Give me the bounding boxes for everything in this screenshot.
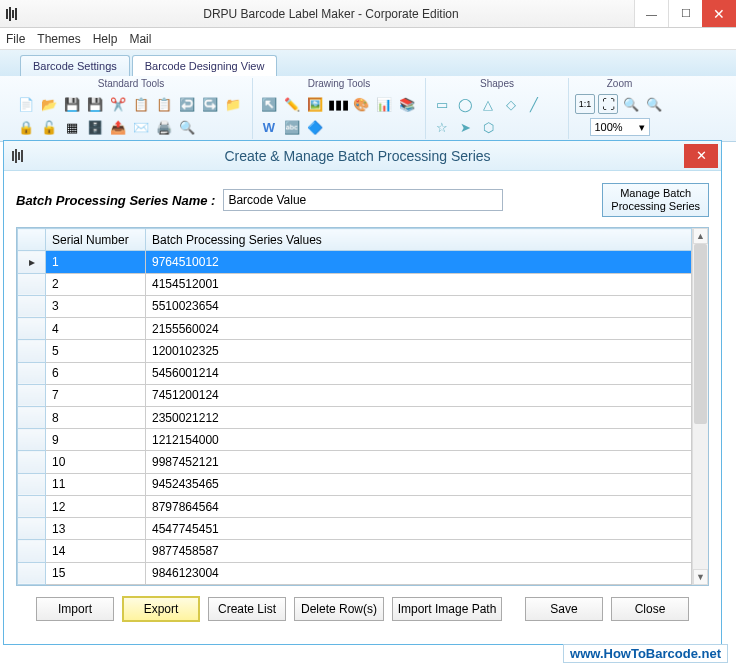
open-icon[interactable]: 📂 xyxy=(39,94,59,114)
import-button[interactable]: Import xyxy=(36,597,114,621)
library-icon[interactable]: 📚 xyxy=(397,94,417,114)
save-button[interactable]: Save xyxy=(525,597,603,621)
redo-icon[interactable]: ↪️ xyxy=(200,94,220,114)
cell-value[interactable]: 4154512001 xyxy=(146,273,692,295)
paste-icon[interactable]: 📋 xyxy=(154,94,174,114)
cell-value[interactable]: 1212154000 xyxy=(146,429,692,451)
dialog-close-button[interactable]: ✕ xyxy=(684,144,718,168)
cell-value[interactable]: 8797864564 xyxy=(146,495,692,517)
table-row[interactable]: 65456001214 xyxy=(18,362,692,384)
fit-icon[interactable]: 1:1 xyxy=(575,94,595,114)
folder-icon[interactable]: 📁 xyxy=(223,94,243,114)
table-row[interactable]: 24154512001 xyxy=(18,273,692,295)
pen-icon[interactable]: ✏️ xyxy=(282,94,302,114)
cell-value[interactable]: 5510023654 xyxy=(146,295,692,317)
menu-help[interactable]: Help xyxy=(93,32,118,46)
cell-serial[interactable]: 7 xyxy=(46,384,146,406)
cell-value[interactable]: 9877458587 xyxy=(146,540,692,562)
export-button[interactable]: Export xyxy=(122,596,200,622)
cell-serial[interactable]: 15 xyxy=(46,562,146,584)
window-maximize-button[interactable]: ☐ xyxy=(668,0,702,27)
table-row[interactable]: 51200102325 xyxy=(18,340,692,362)
circle-icon[interactable]: ◯ xyxy=(455,94,475,114)
row-indicator[interactable] xyxy=(18,362,46,384)
fill-icon[interactable]: 🎨 xyxy=(351,94,371,114)
row-indicator[interactable] xyxy=(18,562,46,584)
cut-icon[interactable]: ✂️ xyxy=(108,94,128,114)
cell-value[interactable]: 9987452121 xyxy=(146,451,692,473)
row-indicator[interactable] xyxy=(18,273,46,295)
mail-icon[interactable]: ✉️ xyxy=(131,117,151,137)
cell-serial[interactable]: 11 xyxy=(46,473,146,495)
cell-value[interactable]: 1200102325 xyxy=(146,340,692,362)
cell-serial[interactable]: 5 xyxy=(46,340,146,362)
row-indicator[interactable] xyxy=(18,540,46,562)
row-indicator[interactable] xyxy=(18,429,46,451)
row-indicator[interactable] xyxy=(18,451,46,473)
export-icon[interactable]: 📤 xyxy=(108,117,128,137)
cell-value[interactable]: 9452435465 xyxy=(146,473,692,495)
table-row[interactable]: 42155560024 xyxy=(18,318,692,340)
close-button[interactable]: Close xyxy=(611,597,689,621)
row-indicator[interactable] xyxy=(18,340,46,362)
cell-value[interactable]: 4547745451 xyxy=(146,518,692,540)
wordart-icon[interactable]: W xyxy=(259,117,279,137)
row-indicator[interactable] xyxy=(18,518,46,540)
cell-serial[interactable]: 3 xyxy=(46,295,146,317)
tab-barcode-settings[interactable]: Barcode Settings xyxy=(20,55,130,76)
row-indicator[interactable] xyxy=(18,407,46,429)
grid-header-rowselector[interactable] xyxy=(18,229,46,251)
zoomout-icon[interactable]: 🔍 xyxy=(644,94,664,114)
grid-header-serial[interactable]: Serial Number xyxy=(46,229,146,251)
cell-value[interactable]: 2155560024 xyxy=(146,318,692,340)
preview-icon[interactable]: 🔍 xyxy=(177,117,197,137)
zoom-select[interactable]: 100%▾ xyxy=(590,118,650,136)
cell-serial[interactable]: 6 xyxy=(46,362,146,384)
tab-barcode-designing[interactable]: Barcode Designing View xyxy=(132,55,278,76)
series-name-input[interactable] xyxy=(223,189,503,211)
arrow-icon[interactable]: ➤ xyxy=(455,117,475,137)
table-row[interactable]: 91212154000 xyxy=(18,429,692,451)
diamond-icon[interactable]: ◇ xyxy=(501,94,521,114)
table-row[interactable]: 149877458587 xyxy=(18,540,692,562)
new-icon[interactable]: 📄 xyxy=(16,94,36,114)
table-row[interactable]: 82350021212 xyxy=(18,407,692,429)
zoomin-icon[interactable]: 🔍 xyxy=(621,94,641,114)
shape-icon[interactable]: 🔷 xyxy=(305,117,325,137)
cell-value[interactable]: 5456001214 xyxy=(146,362,692,384)
hex-icon[interactable]: ⬡ xyxy=(478,117,498,137)
table-row[interactable]: 35510023654 xyxy=(18,295,692,317)
cell-serial[interactable]: 9 xyxy=(46,429,146,451)
print-icon[interactable]: 🖨️ xyxy=(154,117,174,137)
table-row[interactable]: 119452435465 xyxy=(18,473,692,495)
cell-serial[interactable]: 13 xyxy=(46,518,146,540)
menu-themes[interactable]: Themes xyxy=(37,32,80,46)
select-icon[interactable]: ↖️ xyxy=(259,94,279,114)
barcode-icon[interactable]: ▮▮▮ xyxy=(328,94,348,114)
import-image-path-button[interactable]: Import Image Path xyxy=(392,597,502,621)
table-row[interactable]: 134547745451 xyxy=(18,518,692,540)
cell-serial[interactable]: 14 xyxy=(46,540,146,562)
cell-value[interactable]: 2350021212 xyxy=(146,407,692,429)
window-minimize-button[interactable]: — xyxy=(634,0,668,27)
row-indicator[interactable] xyxy=(18,318,46,340)
table-row[interactable]: 77451200124 xyxy=(18,384,692,406)
cell-value[interactable]: 7451200124 xyxy=(146,384,692,406)
create-list-button[interactable]: Create List xyxy=(208,597,286,621)
row-indicator[interactable] xyxy=(18,384,46,406)
grid-header-values[interactable]: Batch Processing Series Values xyxy=(146,229,692,251)
copy-icon[interactable]: 📋 xyxy=(131,94,151,114)
cell-serial[interactable]: 12 xyxy=(46,495,146,517)
triangle-icon[interactable]: △ xyxy=(478,94,498,114)
menu-file[interactable]: File xyxy=(6,32,25,46)
unlock-icon[interactable]: 🔓 xyxy=(39,117,59,137)
save-icon[interactable]: 💾 xyxy=(62,94,82,114)
grid-icon[interactable]: ▦ xyxy=(62,117,82,137)
chart-icon[interactable]: 📊 xyxy=(374,94,394,114)
text-icon[interactable]: 🔤 xyxy=(282,117,302,137)
table-row[interactable]: ▸19764510012 xyxy=(18,251,692,273)
saveas-icon[interactable]: 💾 xyxy=(85,94,105,114)
manage-series-button[interactable]: Manage Batch Processing Series xyxy=(602,183,709,217)
scroll-down-icon[interactable]: ▼ xyxy=(693,569,708,585)
table-row[interactable]: 159846123004 xyxy=(18,562,692,584)
